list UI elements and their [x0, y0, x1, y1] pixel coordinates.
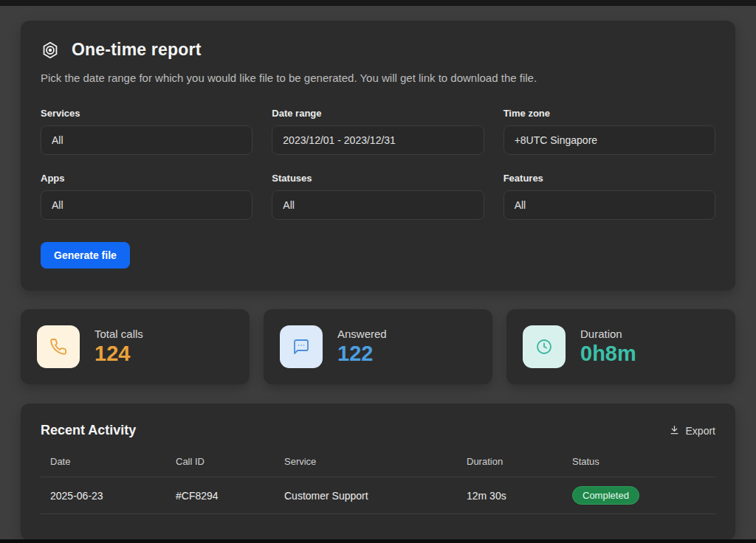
statuses-select[interactable]: All — [272, 190, 484, 220]
cell-duration: 12m 30s — [467, 490, 572, 502]
statuses-label: Statuses — [272, 173, 484, 184]
stat-label: Answered — [337, 328, 387, 340]
download-icon — [669, 424, 680, 437]
date-range-input[interactable]: 2023/12/01 - 2023/12/31 — [272, 125, 484, 155]
services-select[interactable]: All — [41, 125, 252, 155]
cell-call-id: #CF8294 — [176, 490, 284, 502]
time-zone-select[interactable]: +8UTC Singapore — [504, 125, 715, 155]
features-field: Features All — [504, 173, 715, 220]
apps-select[interactable]: All — [41, 190, 252, 220]
apps-label: Apps — [41, 173, 252, 184]
status-badge: Completed — [572, 486, 639, 505]
time-zone-field: Time zone +8UTC Singapore — [504, 108, 715, 155]
column-date: Date — [50, 456, 176, 467]
report-form: Services All Date range 2023/12/01 - 202… — [41, 108, 715, 220]
recent-activity-table: Date Call ID Service Duration Status 202… — [41, 456, 715, 514]
stat-value: 0h8m — [580, 342, 636, 366]
duration-text: Duration 0h8m — [580, 328, 636, 366]
total-calls-card: Total calls 124 — [21, 309, 250, 384]
generate-file-button[interactable]: Generate file — [41, 242, 130, 269]
column-call-id: Call ID — [176, 456, 284, 467]
services-label: Services — [41, 108, 252, 119]
date-range-field: Date range 2023/12/01 - 2023/12/31 — [272, 108, 484, 155]
time-zone-label: Time zone — [504, 108, 715, 119]
services-field: Services All — [41, 108, 252, 155]
cell-service: Customer Support — [284, 490, 467, 502]
report-header: One-time report — [41, 40, 715, 60]
column-status: Status — [572, 456, 715, 467]
stat-value: 124 — [94, 342, 143, 366]
chat-icon — [280, 325, 323, 368]
apps-field: Apps All — [41, 173, 252, 220]
phone-icon — [37, 325, 80, 368]
table-row[interactable]: 2025-06-23 #CF8294 Customer Support 12m … — [41, 477, 715, 514]
recent-activity-card: Recent Activity Export Date Call ID Serv… — [21, 404, 735, 540]
column-service: Service — [284, 456, 467, 467]
table-header-row: Date Call ID Service Duration Status — [41, 456, 715, 477]
export-button[interactable]: Export — [669, 424, 715, 437]
bottom-edge — [0, 539, 756, 543]
cell-date: 2025-06-23 — [50, 490, 176, 502]
clock-icon — [523, 325, 566, 368]
one-time-report-card: One-time report Pick the date range for … — [21, 21, 735, 291]
page: One-time report Pick the date range for … — [0, 0, 756, 543]
top-edge — [0, 0, 756, 6]
page-title: One-time report — [72, 40, 202, 60]
answered-text: Answered 122 — [337, 328, 387, 366]
features-label: Features — [504, 173, 715, 184]
stat-value: 122 — [337, 342, 387, 366]
statuses-field: Statuses All — [272, 173, 484, 220]
stat-label: Duration — [580, 328, 636, 340]
recent-activity-title: Recent Activity — [41, 423, 136, 438]
export-label: Export — [686, 425, 715, 437]
cell-status: Completed — [572, 486, 715, 505]
date-range-label: Date range — [272, 108, 484, 119]
total-calls-text: Total calls 124 — [94, 328, 143, 366]
column-duration: Duration — [467, 456, 572, 467]
answered-card: Answered 122 — [264, 309, 492, 384]
features-select[interactable]: All — [504, 190, 715, 220]
settings-icon — [41, 41, 60, 60]
duration-card: Duration 0h8m — [506, 309, 735, 384]
stat-label: Total calls — [94, 328, 143, 340]
recent-activity-header: Recent Activity Export — [41, 423, 715, 438]
stats-row: Total calls 124 Answered 122 — [21, 309, 735, 384]
report-description: Pick the date range for which you would … — [41, 72, 715, 84]
